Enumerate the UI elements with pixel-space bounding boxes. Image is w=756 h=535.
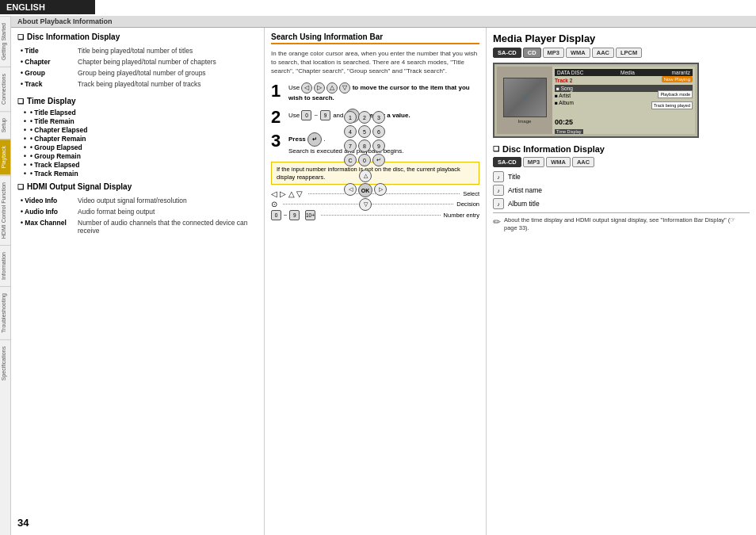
- hdmi-value-video: Video output signal format/resolution: [76, 196, 256, 205]
- disc-label-chapter: • Chapter: [19, 57, 74, 67]
- num-0-btn[interactable]: 0: [301, 110, 311, 120]
- media-display-title: Media Player Display: [493, 32, 750, 44]
- step-3-dot: .: [323, 136, 325, 143]
- sidebar-item-information[interactable]: Information: [0, 245, 10, 286]
- time-display-value: 00:25: [555, 118, 573, 126]
- step-1-content: Use ◁ ▷ △ ▽ to move the cursor to the it…: [288, 82, 479, 102]
- sidebar-item-connections[interactable]: Connections: [0, 67, 10, 111]
- remote-btn-clear[interactable]: C: [344, 154, 357, 166]
- now-playing-badge: Now Playing: [662, 76, 693, 82]
- disc-value-group: Group being played/total number of group…: [76, 68, 256, 78]
- disc-tag-aac: AAC: [572, 157, 594, 167]
- legend-row-number: 0 ~ 9 10+ Number entry: [271, 210, 479, 220]
- image-label: Image: [518, 119, 532, 124]
- disc-icon-title: ♪: [493, 171, 504, 182]
- disc-label-title: • Title: [19, 46, 74, 55]
- disc-icon-album: ♪: [493, 198, 504, 209]
- remote-btn-9[interactable]: 9: [372, 139, 385, 152]
- disc-value-title: Title being played/total number of title…: [76, 46, 256, 55]
- arrow-down-btn[interactable]: ▽: [339, 82, 350, 94]
- remote-btn-6[interactable]: 6: [372, 125, 385, 138]
- list-item: • Track Remain: [24, 170, 258, 178]
- arrow-left-btn[interactable]: ◁: [301, 82, 312, 94]
- hdmi-label-video: • Video Info: [19, 196, 74, 205]
- disc-item-album-label: Album title: [508, 200, 540, 208]
- press-btn[interactable]: ↵: [307, 132, 322, 147]
- disc-info-title: Disc Information Display: [17, 32, 258, 41]
- data-disc-label: DATA DISC: [557, 70, 583, 75]
- sidebar-item-playback[interactable]: Playback: [0, 139, 10, 174]
- track-being-played-label: Track being played: [651, 101, 693, 109]
- list-item: • Chapter Elapsed: [24, 126, 258, 134]
- disc-value-chapter: Chapter being played/total number of cha…: [76, 57, 256, 67]
- nav-ok-btn[interactable]: OK: [358, 183, 372, 197]
- search-title: Search Using Information Bar: [271, 32, 479, 44]
- step-1-text: Use: [288, 84, 301, 91]
- left-panel: Disc Information Display • Title Title b…: [11, 28, 265, 535]
- remote-btn-5[interactable]: 5: [358, 125, 371, 138]
- remote-btn-7[interactable]: 7: [344, 139, 357, 152]
- decision-symbol: ⊙: [271, 200, 277, 208]
- tilde: ~: [314, 111, 318, 120]
- remote-btn-2[interactable]: 2: [358, 111, 371, 124]
- table-row: • Track Track being played/total number …: [19, 79, 256, 89]
- hdmi-value-audio: Audio format being output: [76, 207, 256, 216]
- sidebar-item-setup[interactable]: Setup: [0, 111, 10, 139]
- player-left: 🎵 Image: [497, 67, 552, 134]
- table-row: • Title Title being played/total number …: [19, 46, 256, 55]
- remote-grid: 1 2 3 4 5 6 7 8 9 C 0 ↵: [344, 111, 387, 211]
- nav-up-btn[interactable]: △: [359, 170, 372, 182]
- sidebar-item-specifications[interactable]: Specifications: [0, 339, 10, 387]
- remote-btn-3[interactable]: 3: [372, 111, 385, 124]
- format-tag-cd: CD: [523, 48, 541, 58]
- media-label: Media: [620, 70, 635, 75]
- tilde-2: ~: [284, 212, 288, 219]
- num-btn-0[interactable]: 0: [271, 210, 281, 220]
- right-panel: Media Player Display SA-CD CD MP3 WMA AA…: [487, 28, 756, 535]
- format-tag-lpcm: LPCM: [616, 48, 642, 58]
- main-content: About Playback Information Disc Informat…: [11, 16, 756, 535]
- time-display-label: Time Display: [555, 129, 583, 134]
- playback-mode-label: Playback mode: [658, 90, 693, 98]
- disc-item-album: ♪ Album title: [493, 198, 750, 209]
- nav-left-btn[interactable]: ◁: [344, 183, 357, 196]
- list-item: • Title Remain: [24, 117, 258, 125]
- arrow-up-btn[interactable]: △: [326, 82, 338, 94]
- remote-btn-4[interactable]: 4: [344, 125, 357, 138]
- disc-tag-mp3: MP3: [523, 157, 544, 167]
- remote-btn-8[interactable]: 8: [358, 139, 371, 152]
- time-display-list: • Title Elapsed • Title Remain • Chapter…: [24, 109, 258, 178]
- page-number: 34: [17, 517, 29, 529]
- table-row: • Max Channel Number of audio channels t…: [19, 218, 256, 235]
- disc-item-title: ♪ Title: [493, 171, 750, 182]
- num-btn-10[interactable]: 10+: [305, 210, 315, 220]
- player-top-bar: DATA DISC Media marantz: [555, 69, 693, 76]
- legend-label-decision: Decision: [456, 201, 479, 208]
- content-row: Disc Information Display • Title Title b…: [11, 28, 756, 535]
- player-track-info: Track 2 Now Playing: [555, 78, 693, 83]
- list-item: • Title Elapsed: [24, 109, 258, 117]
- arrow-right-btn[interactable]: ▷: [314, 82, 325, 94]
- num-btn-9[interactable]: 9: [289, 210, 300, 220]
- sidebar-item-getting-started[interactable]: Getting Started: [0, 16, 10, 67]
- format-tag-sacd: SA-CD: [493, 48, 521, 58]
- remote-btn-0[interactable]: 0: [358, 154, 371, 166]
- disc-tag-wma: WMA: [546, 157, 571, 167]
- number-symbol: 0 ~ 9 10+: [271, 210, 315, 220]
- remote-btn-1[interactable]: 1: [344, 111, 357, 124]
- num-9-btn[interactable]: 9: [320, 110, 330, 120]
- player-screen-inner: 🎵 Image DATA DISC Media marantz Track 2 …: [497, 67, 695, 134]
- disc-label-group: • Group: [19, 68, 74, 78]
- sidebar-item-hdmi[interactable]: HDMI Control Function: [0, 175, 10, 245]
- nav-right-btn[interactable]: ▷: [374, 183, 387, 196]
- remote-btn-enter[interactable]: ↵: [372, 154, 385, 166]
- sidebar-item-troubleshooting[interactable]: Troubleshooting: [0, 286, 10, 339]
- disc-tag-sacd: SA-CD: [493, 157, 521, 167]
- player-image: 🎵: [503, 78, 547, 117]
- nav-down-btn[interactable]: ▽: [359, 198, 372, 211]
- format-tag-mp3: MP3: [543, 48, 564, 58]
- note-divider: [493, 212, 750, 213]
- step-2-number: 2: [271, 109, 284, 126]
- list-item: • Chapter Remain: [24, 135, 258, 143]
- search-intro: In the orange color cursor area, when yo…: [271, 49, 479, 76]
